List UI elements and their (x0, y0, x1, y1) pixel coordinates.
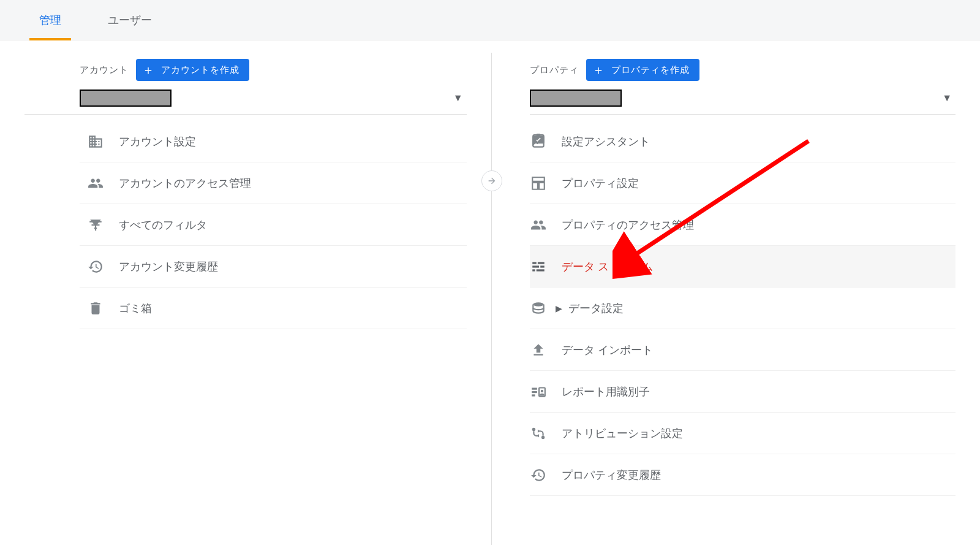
create-account-label: アカウントを作成 (161, 64, 239, 76)
layout-icon (530, 175, 547, 192)
menu-all-filters[interactable]: すべてのフィルタ (80, 204, 467, 246)
menu-label: プロパティ変更履歴 (562, 468, 661, 482)
menu-label: データ インポート (562, 343, 653, 357)
svg-rect-11 (532, 394, 535, 396)
menu-label: すべてのフィルタ (119, 218, 207, 232)
plus-icon: ＋ (142, 64, 155, 76)
menu-account-change-history[interactable]: アカウント変更履歴 (80, 246, 467, 288)
menu-property-access[interactable]: プロパティのアクセス管理 (530, 204, 956, 246)
menu-label: アカウントのアクセス管理 (119, 176, 251, 191)
account-title: アカウント (80, 64, 129, 76)
admin-panel: アカウント ＋ アカウントを作成 ▼ アカウント設定 アカウントのアクセス管理 (0, 40, 980, 545)
tab-user[interactable]: ユーザー (98, 0, 162, 40)
account-header: アカウント ＋ アカウントを作成 (24, 59, 467, 81)
attribution-icon (530, 425, 547, 442)
create-property-label: プロパティを作成 (611, 64, 690, 76)
menu-label: アトリビューション設定 (562, 426, 683, 441)
menu-data-settings[interactable]: ▶ データ設定 (530, 288, 956, 329)
menu-setup-assistant[interactable]: 設定アシスタント (530, 121, 956, 162)
menu-label: 設定アシスタント (562, 134, 650, 149)
menu-property-change-history[interactable]: プロパティ変更履歴 (530, 454, 956, 496)
menu-label: プロパティ設定 (562, 176, 639, 191)
menu-trash[interactable]: ゴミ箱 (80, 288, 467, 329)
tab-admin[interactable]: 管理 (29, 0, 71, 40)
assistant-icon (530, 133, 547, 150)
history-icon (87, 258, 104, 275)
plus-icon: ＋ (592, 64, 605, 76)
property-column: プロパティ ＋ プロパティを作成 ▼ 設定アシスタント プロパティ設定 (492, 40, 981, 545)
top-tabs: 管理 ユーザー (0, 0, 980, 40)
caret-right-icon: ▶ (556, 303, 562, 313)
chevron-down-icon: ▼ (942, 93, 952, 104)
svg-rect-2 (532, 262, 537, 264)
business-icon (87, 133, 104, 150)
svg-rect-4 (532, 265, 539, 267)
menu-account-settings[interactable]: アカウント設定 (80, 121, 467, 162)
property-selector-value (530, 90, 622, 107)
menu-label: レポート用識別子 (562, 384, 650, 399)
database-icon (530, 300, 547, 317)
property-menu: 設定アシスタント プロパティ設定 プロパティのアクセス管理 データ ストリーム (514, 115, 956, 496)
property-title: プロパティ (530, 64, 579, 76)
menu-label: データ ストリーム (562, 259, 653, 274)
svg-point-15 (541, 435, 544, 438)
menu-property-settings[interactable]: プロパティ設定 (530, 162, 956, 204)
property-header: プロパティ ＋ プロパティを作成 (530, 59, 956, 81)
svg-point-8 (533, 302, 543, 307)
filter-icon (87, 216, 104, 234)
svg-point-13 (540, 389, 543, 392)
account-selector-value (80, 90, 172, 107)
menu-label: ゴミ箱 (119, 301, 152, 316)
svg-point-14 (532, 427, 535, 430)
property-selector[interactable]: ▼ (530, 90, 956, 115)
menu-label: プロパティのアクセス管理 (562, 218, 694, 232)
menu-label: アカウント変更履歴 (119, 259, 218, 274)
people-icon (87, 175, 104, 192)
svg-rect-9 (532, 387, 537, 389)
history-icon (530, 467, 547, 484)
menu-data-streams[interactable]: データ ストリーム (530, 246, 956, 288)
svg-rect-1 (536, 134, 540, 136)
account-menu: アカウント設定 アカウントのアクセス管理 すべてのフィルタ アカウント変更履歴 (24, 115, 467, 329)
menu-data-import[interactable]: データ インポート (530, 329, 956, 371)
menu-reporting-identity[interactable]: レポート用識別子 (530, 371, 956, 413)
upload-icon (530, 341, 547, 359)
svg-rect-10 (532, 391, 537, 392)
svg-rect-3 (537, 262, 544, 264)
menu-attribution-settings[interactable]: アトリビューション設定 (530, 413, 956, 454)
people-icon (530, 216, 547, 234)
svg-rect-5 (540, 265, 545, 267)
svg-rect-6 (532, 269, 535, 271)
svg-rect-7 (536, 269, 544, 271)
menu-label: データ設定 (568, 301, 624, 316)
trash-icon (87, 300, 104, 317)
chevron-down-icon: ▼ (453, 93, 463, 104)
account-column: アカウント ＋ アカウントを作成 ▼ アカウント設定 アカウントのアクセス管理 (0, 40, 491, 545)
data-stream-icon (530, 258, 547, 275)
create-account-button[interactable]: ＋ アカウントを作成 (136, 59, 249, 81)
menu-label: アカウント設定 (119, 134, 196, 149)
menu-account-access[interactable]: アカウントのアクセス管理 (80, 162, 467, 204)
badge-icon (530, 383, 547, 400)
account-selector[interactable]: ▼ (24, 90, 467, 115)
move-property-button[interactable] (481, 170, 502, 191)
create-property-button[interactable]: ＋ プロパティを作成 (586, 59, 699, 81)
